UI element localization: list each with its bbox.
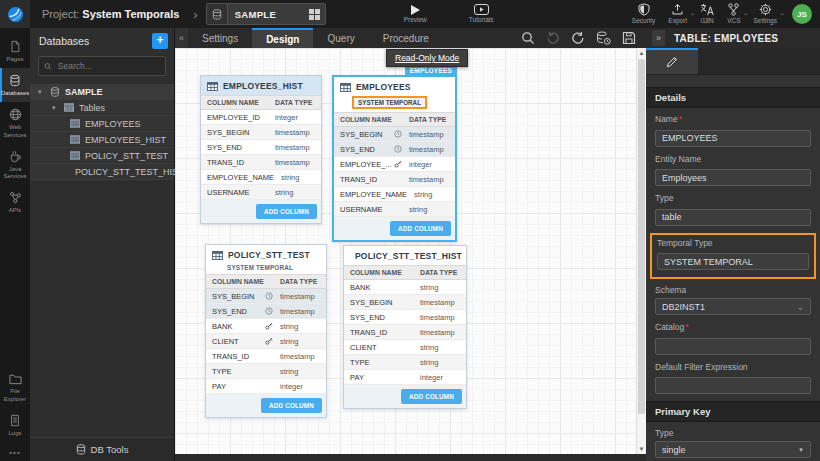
name-input[interactable] (655, 130, 811, 147)
tree-node-tables[interactable]: ▾ Tables (30, 100, 174, 116)
collapse-left-panel-button[interactable]: « (175, 28, 188, 48)
add-database-button[interactable]: + (152, 33, 168, 49)
table-row[interactable]: SYS_END timestamp (206, 304, 326, 319)
database-icon (207, 4, 228, 24)
table-row[interactable]: TRANS_ID timestamp (334, 172, 455, 187)
undo-icon[interactable] (546, 31, 560, 45)
table-row[interactable]: USERNAME string (201, 185, 321, 200)
rail-item-web-services[interactable]: Web Services (0, 102, 30, 143)
table-row[interactable]: EMPLOYEE_NAME string (201, 170, 321, 185)
redo-icon[interactable] (571, 31, 585, 45)
column-type: timestamp (280, 292, 326, 301)
tree-node-table[interactable]: POLICY_STT_TEST (30, 148, 174, 164)
scroll-up-icon[interactable]: ▲ (637, 48, 646, 58)
add-column-button[interactable]: ADD COLUMN (256, 204, 317, 219)
table-row[interactable]: SYS_BEGIN timestamp (206, 289, 326, 304)
card-header[interactable]: POLICY_STT_TEST (206, 245, 326, 264)
table-row[interactable]: CLIENT string (344, 340, 466, 355)
app-logo[interactable] (0, 0, 30, 28)
collapse-right-panel-button[interactable]: » (652, 30, 665, 46)
table-row[interactable]: TRANS_ID timestamp (206, 349, 326, 364)
caret-expanded-icon[interactable]: ▾ (52, 104, 59, 112)
vcs-button[interactable]: ⌄ VCS (727, 3, 740, 25)
db-tools-button[interactable]: DB Tools (30, 437, 174, 461)
table-row[interactable]: EMPLOYEE_... integer (334, 157, 455, 172)
search-input[interactable] (56, 60, 160, 72)
table-row[interactable]: SYS_BEGIN timestamp (334, 127, 455, 142)
pk-type-select[interactable]: single ▼ (655, 441, 811, 458)
rail-label: Java Services (0, 166, 30, 180)
tutorials-button[interactable]: Tutorials (469, 4, 494, 24)
caret-expanded-icon[interactable]: ▾ (38, 88, 45, 96)
user-avatar[interactable]: JS (792, 4, 812, 24)
table-card-policy-stt-test[interactable]: POLICY_STT_TEST SYSTEM TEMPORAL COLUMN N… (205, 244, 327, 418)
card-header[interactable]: EMPLOYEES (334, 77, 455, 96)
scrollbar-thumb[interactable] (638, 59, 645, 414)
default-filter-input[interactable] (655, 377, 811, 394)
table-row[interactable]: CLIENT string (206, 334, 326, 349)
i18n-button[interactable]: i18N (700, 3, 714, 25)
rail-item-pages[interactable]: Pages (0, 34, 30, 68)
add-column-button[interactable]: ADD COLUMN (261, 398, 322, 413)
rail-label: Pages (6, 56, 23, 63)
table-card-employees[interactable]: EMPLOYEES EMPLOYEES SYSTEM TEMPORAL COLU… (332, 75, 457, 242)
export-button[interactable]: ⌄ Export (668, 3, 687, 25)
table-row[interactable]: USERNAME string (334, 202, 455, 217)
add-column-button[interactable]: ADD COLUMN (390, 221, 451, 236)
table-row[interactable]: BANK string (344, 280, 466, 295)
table-row[interactable]: TYPE string (344, 355, 466, 370)
canvas-horizontal-scrollbar[interactable] (175, 454, 646, 461)
table-row[interactable]: TRANS_ID timestamp (344, 325, 466, 340)
rail-overflow-icon[interactable]: ••• (0, 442, 30, 461)
preview-button[interactable]: Preview (404, 5, 427, 24)
table-row[interactable]: TYPE string (206, 364, 326, 379)
table-row[interactable]: PAY integer (206, 379, 326, 394)
table-row[interactable]: SYS_BEGIN timestamp (201, 125, 321, 140)
security-button[interactable]: Security (632, 3, 655, 25)
temporal-type-input[interactable] (657, 253, 809, 270)
rail-item-apis[interactable]: APIs (0, 185, 30, 219)
rail-item-java-services[interactable]: Java Services (0, 144, 30, 185)
tab-settings[interactable]: Settings (188, 28, 252, 48)
card-header[interactable]: EMPLOYEES_HIST (201, 76, 321, 95)
table-row[interactable]: BANK string (206, 319, 326, 334)
save-icon[interactable] (622, 31, 636, 45)
canvas-vertical-scrollbar[interactable]: ▲ ▼ (636, 48, 646, 454)
table-card-employees-hist[interactable]: EMPLOYEES_HIST COLUMN NAME DATA TYPE EMP… (200, 75, 322, 224)
catalog-input[interactable] (655, 338, 811, 355)
table-row[interactable]: SYS_END timestamp (334, 142, 455, 157)
schema-select[interactable]: DB2INST1 ⌄ (655, 298, 811, 315)
table-card-policy-stt-test-hist[interactable]: POLICY_STT_TEST_HIST COLUMN NAME DATA TY… (343, 245, 467, 409)
card-header[interactable]: POLICY_STT_TEST_HIST (344, 246, 466, 265)
search-box[interactable] (38, 56, 166, 76)
tree-node-table[interactable]: EMPLOYEES (30, 116, 174, 132)
tab-design[interactable]: Design (252, 28, 313, 48)
table-row[interactable]: SYS_BEGIN timestamp (344, 295, 466, 310)
export-icon (671, 3, 684, 16)
tab-edit[interactable] (646, 48, 698, 74)
type-input[interactable] (655, 209, 811, 226)
table-row[interactable]: PAY integer (344, 370, 466, 385)
tab-procedure[interactable]: Procedure (369, 28, 443, 48)
table-row[interactable]: SYS_END timestamp (344, 310, 466, 325)
rail-item-logs[interactable]: Logs (0, 408, 30, 442)
tree-node-table[interactable]: POLICY_STT_TEST_HIST (30, 164, 174, 180)
database-selector[interactable]: SAMPLE (206, 3, 326, 25)
db-snapshot-icon[interactable] (596, 31, 611, 45)
rail-item-file-explorer[interactable]: File Explorer (0, 367, 30, 407)
table-row[interactable]: EMPLOYEE_NAME string (334, 187, 455, 202)
settings-button[interactable]: ⌄ Settings (754, 3, 778, 25)
search-icon[interactable] (521, 31, 535, 45)
entity-name-input[interactable] (655, 169, 811, 186)
tree-node-table[interactable]: EMPLOYEES_HIST (30, 132, 174, 148)
rail-item-databases[interactable]: Databases (0, 68, 30, 102)
table-row[interactable]: EMPLOYEE_ID integer (201, 110, 321, 125)
tab-query[interactable]: Query (313, 28, 368, 48)
scroll-down-icon[interactable]: ▼ (637, 444, 646, 454)
tree-node-sample[interactable]: ▾ SAMPLE (30, 84, 174, 100)
add-column-button[interactable]: ADD COLUMN (401, 389, 462, 404)
table-row[interactable]: TRANS_ID timestamp (201, 155, 321, 170)
grid-view-icon[interactable] (309, 9, 320, 20)
table-row[interactable]: SYS_END timestamp (201, 140, 321, 155)
design-canvas[interactable]: Read-Only Mode EMPLOYEES_HIST COLUMN NAM… (175, 48, 646, 461)
